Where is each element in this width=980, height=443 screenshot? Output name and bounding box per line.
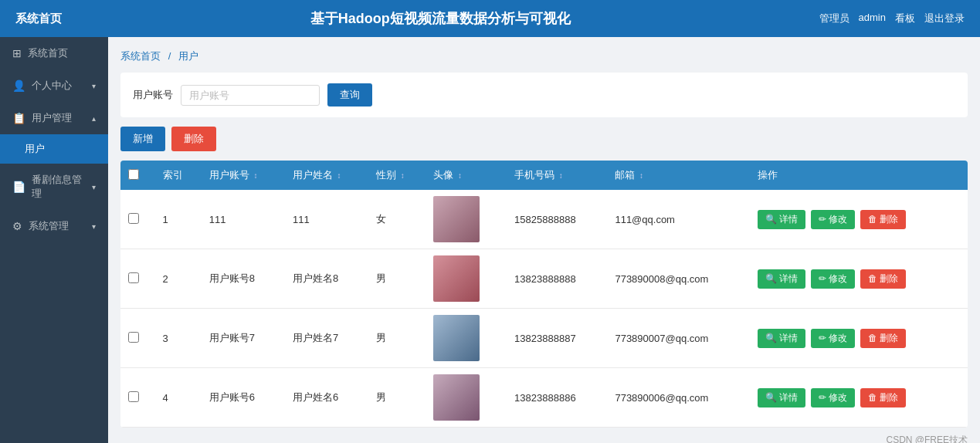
delete-button[interactable]: 🗑 删除 <box>860 210 906 229</box>
header-left[interactable]: 系统首页 <box>15 12 62 26</box>
sidebar-episode-label: 番剧信息管理 <box>32 173 86 201</box>
header-logout-link[interactable]: 退出登录 <box>924 12 965 25</box>
row-phone: 15825888888 <box>507 190 607 249</box>
delete-button[interactable]: 🗑 删除 <box>860 329 906 348</box>
row-checkbox-cell <box>120 309 155 368</box>
row-account: 用户账号6 <box>202 368 285 428</box>
sysmgmt-icon: ⚙ <box>12 220 22 232</box>
header-right: 管理员 admin 看板 退出登录 <box>819 12 965 25</box>
usermgmt-icon: 📋 <box>12 112 25 124</box>
add-button[interactable]: 新增 <box>120 127 165 151</box>
row-email: 773890008@qq.com <box>607 249 750 309</box>
row-phone: 13823888886 <box>507 368 607 428</box>
row-checkbox[interactable] <box>128 332 139 343</box>
row-avatar <box>426 368 507 428</box>
col-name: 用户姓名 ↕ <box>285 161 368 190</box>
chevron-down-icon3: ▾ <box>92 222 96 231</box>
query-button[interactable]: 查询 <box>327 83 372 107</box>
edit-button[interactable]: ✏ 修改 <box>811 388 855 407</box>
row-name: 用户姓名8 <box>285 249 368 309</box>
chevron-down-icon2: ▾ <box>92 183 96 191</box>
row-operations: 🔍 详情 ✏ 修改 🗑 删除 <box>750 368 968 428</box>
breadcrumb-current: 用户 <box>178 50 198 62</box>
row-operations: 🔍 详情 ✏ 修改 🗑 删除 <box>750 190 968 249</box>
col-email: 邮箱 ↕ <box>607 161 750 190</box>
sidebar-item-episode-mgmt[interactable]: 📄 番剧信息管理 ▾ <box>0 164 108 210</box>
row-checkbox[interactable] <box>128 391 139 402</box>
select-all-checkbox[interactable] <box>128 169 139 180</box>
sidebar-item-user[interactable]: 用户 <box>0 134 108 164</box>
row-email: 773890006@qq.com <box>607 368 750 428</box>
col-account: 用户账号 ↕ <box>202 161 285 190</box>
delete-button[interactable]: 🗑 删除 <box>860 269 906 289</box>
search-label: 用户账号 <box>133 88 173 102</box>
sidebar-item-profile[interactable]: 👤 个人中心 ▾ <box>0 69 108 102</box>
home-icon: ⊞ <box>12 47 22 59</box>
row-operations: 🔍 详情 ✏ 修改 🗑 删除 <box>750 249 968 309</box>
table-row: 2 用户账号8 用户姓名8 男 13823888888 773890008@qq… <box>120 249 968 309</box>
data-table: 索引 用户账号 ↕ 用户姓名 ↕ 性别 ↕ 头像 ↕ 手机号码 ↕ 邮箱 ↕ 操… <box>120 161 968 428</box>
row-gender: 男 <box>368 249 426 309</box>
row-name: 用户姓名7 <box>285 309 368 368</box>
header-role: 管理员 <box>819 12 849 25</box>
table-row: 1 111 111 女 15825888888 111@qq.com 🔍 详情 … <box>120 190 968 249</box>
sidebar-usermgmt-label: 用户管理 <box>32 111 72 125</box>
row-avatar <box>426 190 507 249</box>
row-gender: 男 <box>368 309 426 368</box>
content-area: 系统首页 / 用户 用户账号 查询 新增 删除 索引 用户账号 ↕ 用户姓名 ↕… <box>108 37 980 443</box>
edit-button[interactable]: ✏ 修改 <box>811 329 855 348</box>
row-checkbox-cell <box>120 368 155 428</box>
breadcrumb-home[interactable]: 系统首页 <box>120 50 161 62</box>
row-name: 111 <box>285 190 368 249</box>
edit-button[interactable]: ✏ 修改 <box>811 269 855 289</box>
breadcrumb: 系统首页 / 用户 <box>120 49 968 63</box>
row-checkbox[interactable] <box>128 272 139 283</box>
table-header-row: 索引 用户账号 ↕ 用户姓名 ↕ 性别 ↕ 头像 ↕ 手机号码 ↕ 邮箱 ↕ 操… <box>120 161 968 190</box>
col-phone: 手机号码 ↕ <box>507 161 607 190</box>
detail-button[interactable]: 🔍 详情 <box>758 210 805 229</box>
row-index: 3 <box>155 309 202 368</box>
col-index: 索引 <box>155 161 202 190</box>
row-index: 2 <box>155 249 202 309</box>
search-bar: 用户账号 查询 <box>120 73 968 117</box>
action-bar: 新增 删除 <box>120 127 968 151</box>
row-gender: 女 <box>368 190 426 249</box>
header-kanban-link[interactable]: 看板 <box>895 12 915 25</box>
row-checkbox-cell <box>120 190 155 249</box>
row-checkbox-cell <box>120 249 155 309</box>
row-avatar <box>426 249 507 309</box>
col-operations: 操作 <box>750 161 968 190</box>
row-avatar <box>426 309 507 368</box>
row-account: 111 <box>202 190 285 249</box>
profile-icon: 👤 <box>12 79 25 92</box>
sidebar-item-sys-mgmt[interactable]: ⚙ 系统管理 ▾ <box>0 210 108 242</box>
row-account: 用户账号7 <box>202 309 285 368</box>
row-email: 773890007@qq.com <box>607 309 750 368</box>
header-title: 基于Hadoop短视频流量数据分析与可视化 <box>310 9 571 28</box>
detail-button[interactable]: 🔍 详情 <box>758 269 805 289</box>
delete-button[interactable]: 🗑 删除 <box>860 388 906 407</box>
row-checkbox[interactable] <box>128 213 139 224</box>
detail-button[interactable]: 🔍 详情 <box>758 329 805 348</box>
top-header: 系统首页 基于Hadoop短视频流量数据分析与可视化 管理员 admin 看板 … <box>0 0 980 37</box>
sidebar-item-home[interactable]: ⊞ 系统首页 <box>0 37 108 69</box>
row-name: 用户姓名6 <box>285 368 368 428</box>
chevron-down-icon: ▾ <box>92 82 96 90</box>
footer-note: CSDN @FREE技术 <box>120 428 968 443</box>
sidebar-user-label: 用户 <box>25 142 45 156</box>
sidebar-sysmgmt-label: 系统管理 <box>29 219 69 233</box>
row-index: 1 <box>155 190 202 249</box>
search-input[interactable] <box>181 85 320 106</box>
sidebar-profile-label: 个人中心 <box>32 79 72 93</box>
batch-delete-button[interactable]: 删除 <box>171 127 216 151</box>
row-phone: 13823888887 <box>507 309 607 368</box>
episode-icon: 📄 <box>12 181 25 193</box>
edit-button[interactable]: ✏ 修改 <box>811 210 855 229</box>
breadcrumb-sep: / <box>168 50 171 62</box>
sidebar-home-label: 系统首页 <box>28 46 68 60</box>
col-avatar: 头像 ↕ <box>426 161 507 190</box>
row-phone: 13823888888 <box>507 249 607 309</box>
table-row: 3 用户账号7 用户姓名7 男 13823888887 773890007@qq… <box>120 309 968 368</box>
detail-button[interactable]: 🔍 详情 <box>758 388 805 407</box>
sidebar-item-user-mgmt[interactable]: 📋 用户管理 ▴ <box>0 102 108 134</box>
